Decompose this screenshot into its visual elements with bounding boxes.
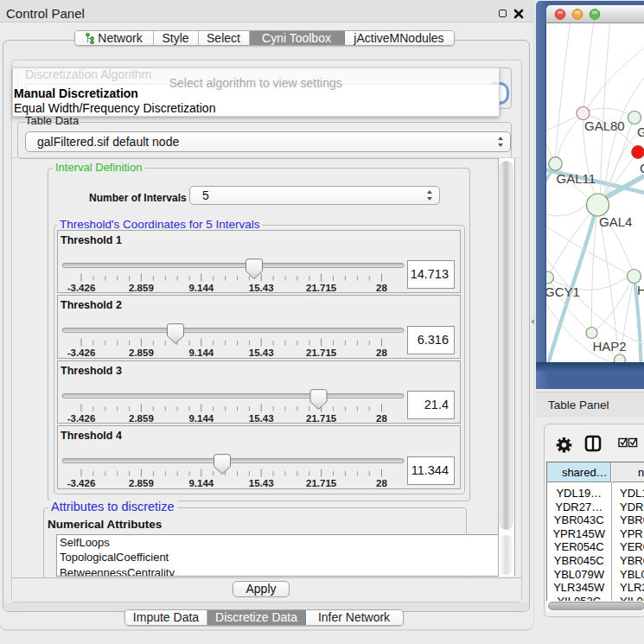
svg-text:GAL80: GAL80 [584, 118, 625, 133]
svg-text:HI: HI [637, 283, 644, 297]
svg-text:21.715: 21.715 [306, 283, 337, 293]
svg-text:21.715: 21.715 [306, 478, 337, 488]
svg-text:2.859: 2.859 [129, 283, 154, 293]
svg-text:GAL11: GAL11 [556, 171, 596, 186]
svg-text:2.859: 2.859 [129, 478, 154, 488]
svg-text:28: 28 [376, 348, 387, 358]
svg-text:GAL4: GAL4 [599, 214, 632, 229]
svg-text:21.715: 21.715 [306, 413, 337, 424]
svg-text:HAP2: HAP2 [592, 339, 626, 354]
svg-text:15.43: 15.43 [249, 413, 274, 424]
svg-text:2.859: 2.859 [129, 413, 154, 424]
svg-text:28: 28 [376, 413, 387, 424]
svg-text:28: 28 [376, 283, 387, 293]
svg-text:9.144: 9.144 [188, 283, 214, 293]
svg-text:CD: CD [640, 161, 644, 175]
svg-text:9.144: 9.144 [188, 413, 214, 424]
svg-text:-3.426: -3.426 [67, 283, 96, 293]
svg-text:15.43: 15.43 [249, 283, 274, 293]
svg-text:28: 28 [376, 478, 387, 488]
svg-text:-3.426: -3.426 [67, 478, 96, 488]
svg-text:9.144: 9.144 [188, 348, 214, 358]
svg-text:15.43: 15.43 [249, 348, 274, 358]
svg-text:GA: GA [637, 124, 644, 139]
svg-text:GCY1: GCY1 [546, 284, 580, 299]
svg-text:9.144: 9.144 [188, 478, 214, 488]
svg-text:15.43: 15.43 [249, 478, 274, 488]
svg-text:21.715: 21.715 [306, 348, 337, 358]
svg-text:2.859: 2.859 [129, 348, 154, 358]
svg-text:-3.426: -3.426 [67, 413, 96, 424]
svg-text:-3.426: -3.426 [67, 348, 96, 358]
